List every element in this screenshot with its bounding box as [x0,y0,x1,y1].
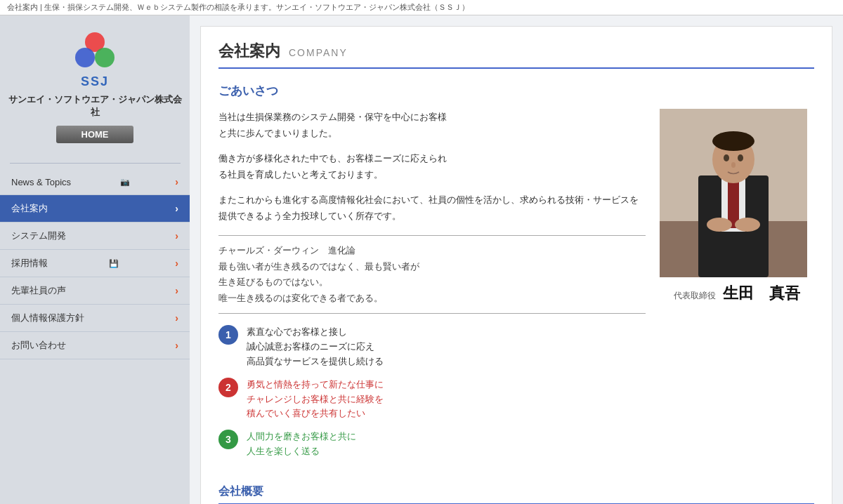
point-item-2: 2 勇気と情熱を持って新たな仕事にチャレンジしお客様と共に経験を積んでいく喜びを… [218,378,646,421]
quote-line1: チャールズ・ダーウィン 進化論 [218,243,646,259]
page-title-ja: 会社案内 [218,41,280,62]
greeting-title: ごあいさつ [218,83,814,99]
point-number-2: 2 [218,378,238,397]
nav-menu: News & Topics 📷 › 会社案内 › システム開発 › 採用情報 💾… [0,169,190,359]
content-area: 会社案内 COMPANY ごあいさつ 当社は生損保業務のシステム開発・保守を中心… [190,15,843,504]
logo-ssj: SSJ [7,74,183,89]
ceo-title: 代表取締役 [674,290,716,302]
nav-arrow-news: › [175,176,178,187]
ceo-name: 生田 真吾 [723,283,800,304]
nav-label-contact: お問い合わせ [11,339,66,352]
svg-point-14 [707,218,732,232]
nav-label-news: News & Topics [11,177,71,187]
point-item-1: 1 素直な心でお客様と接し誠心誠意お客様のニーズに応え高品質なサービスを提供し続… [218,325,646,369]
svg-point-11 [724,154,729,161]
content-inner: 会社案内 COMPANY ごあいさつ 当社は生損保業務のシステム開発・保守を中心… [200,26,832,504]
nav-arrow-company: › [175,203,178,214]
logo-area: SSJ サンエイ・ソフトウエア・ジャパン株式会社 HOME [0,15,190,157]
svg-point-12 [738,154,743,161]
nav-item-news[interactable]: News & Topics 📷 › [0,169,190,195]
quote-box: チャールズ・ダーウィン 進化論 最も強い者が生き残るのではなく、最も賢い者が 生… [218,235,646,314]
greeting-para1: 当社は生損保業務のシステム開発・保守を中心にお客様と共に歩んでまいりました。 [218,109,646,142]
nav-item-contact[interactable]: お問い合わせ › [0,332,190,359]
svg-point-10 [712,131,754,151]
greeting-para2: 働き方が多様化された中でも、お客様ニーズに応えられる社員を育成したいと考えており… [218,150,646,183]
nav-item-privacy[interactable]: 個人情報保護方針 › [0,305,190,332]
logo-circles [67,29,123,72]
page-title-en: COMPANY [289,47,348,58]
nav-item-company[interactable]: 会社案内 › [0,195,190,223]
nav-arrow-privacy: › [175,312,178,324]
sidebar: SSJ サンエイ・ソフトウエア・ジャパン株式会社 HOME News & Top… [0,15,190,504]
point-number-1: 1 [218,325,238,345]
company-overview-title: 会社概要 [218,484,814,504]
nav-arrow-voices: › [175,285,178,296]
svg-point-2 [95,48,115,67]
text-section: 当社は生損保業務のシステム開発・保守を中心にお客様と共に歩んでまいりました。 働… [218,109,646,467]
top-bar-text: 会社案内 | 生保・損保システム開発、Ｗｅｂシステム製作の相談を承ります。サンエ… [7,3,469,11]
point-text-1: 素直な心でお客様と接し誠心誠意お客様のニーズに応え高品質なサービスを提供し続ける [247,325,384,369]
nav-label-company: 会社案内 [11,202,48,215]
nav-item-recruit[interactable]: 採用情報 💾 › [0,250,190,277]
points-section: 1 素直な心でお客様と接し誠心誠意お客様のニーズに応え高品質なサービスを提供し続… [218,325,646,458]
home-button[interactable]: HOME [56,126,133,143]
nav-label-voices: 先輩社員の声 [11,284,66,297]
point-item-3: 3 人間力を磨きお客様と共に人生を楽しく送る [218,430,646,459]
nav-item-system[interactable]: システム開発 › [0,223,190,250]
quote-line2: 最も強い者が生き残るのではなく、最も賢い者が [218,259,646,275]
content-flex: 当社は生損保業務のシステム開発・保守を中心にお客様と共に歩んでまいりました。 働… [218,109,814,467]
main-wrapper: SSJ サンエイ・ソフトウエア・ジャパン株式会社 HOME News & Top… [0,15,843,504]
top-bar: 会社案内 | 生保・損保システム開発、Ｗｅｂシステム製作の相談を承ります。サンエ… [0,0,843,15]
nav-item-voices[interactable]: 先輩社員の声 › [0,277,190,305]
greeting-para3: またこれからも進化する高度情報化社会において、社員の個性を活かし、求められる技術… [218,192,646,225]
ceo-caption: 代表取締役 生田 真吾 [660,283,814,304]
nav-arrow-system: › [175,230,178,241]
sidebar-divider [10,163,181,164]
point-number-3: 3 [218,430,238,449]
quote-line4: 唯一生き残るのは変化できる者である。 [218,291,646,307]
nav-arrow-recruit: › [175,258,178,269]
disk-icon: 💾 [109,259,119,268]
nav-label-system: システム開発 [11,230,66,242]
page-title-area: 会社案内 COMPANY [218,41,814,69]
ceo-photo [660,109,807,277]
point-text-3: 人間力を磨きお客様と共に人生を楽しく送る [247,430,356,459]
company-name: サンエイ・ソフトウエア・ジャパン株式会社 [7,93,183,119]
nav-label-recruit: 採用情報 [11,257,48,270]
photo-area: 代表取締役 生田 真吾 [660,109,814,304]
nav-arrow-contact: › [175,340,178,351]
point-text-2: 勇気と情熱を持って新たな仕事にチャレンジしお客様と共に経験を積んでいく喜びを共有… [247,378,384,421]
quote-line3: 生き延びるものではない。 [218,274,646,291]
svg-point-15 [735,218,760,232]
svg-point-13 [731,162,736,168]
nav-label-privacy: 個人情報保護方針 [11,312,84,324]
camera-icon: 📷 [120,178,130,187]
svg-point-1 [75,48,95,67]
